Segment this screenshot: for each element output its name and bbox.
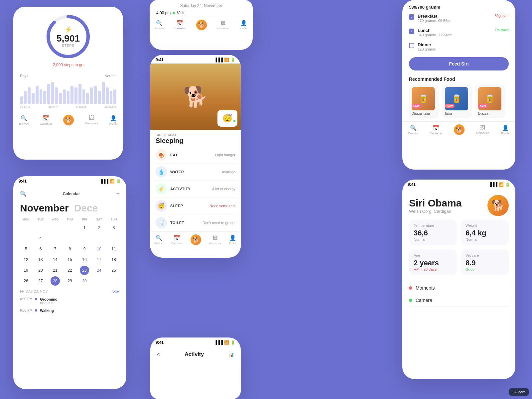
grams-eaten: 580/700 — [409, 5, 425, 10]
nav-home[interactable]: 🐕 — [191, 234, 201, 245]
profile-icon: 👤 — [110, 115, 117, 121]
event-time: 4:00 pm — [156, 11, 171, 15]
nav-profile-label: Profile — [109, 122, 118, 125]
moments-link[interactable]: Moments — [409, 282, 509, 294]
day-20[interactable]: 20 — [36, 266, 45, 275]
day-19[interactable]: 19 — [21, 266, 31, 275]
day-22[interactable]: 22 — [65, 266, 74, 275]
day-25[interactable]: 25 — [109, 266, 118, 275]
new-badge-1: NEW — [412, 104, 421, 108]
food-card-3[interactable]: ♡ 🥫 NEW Diazza — [475, 84, 505, 118]
watermark-text: ui8.com — [512, 390, 525, 394]
toilet-value: Don't need to go out — [202, 221, 235, 225]
week-4: 12 13 14 15 16 17 18 — [19, 254, 121, 265]
day-29[interactable]: 29 — [65, 276, 74, 286]
day-16[interactable]: 16 — [80, 255, 89, 264]
chart-header: Days Normal — [20, 74, 116, 78]
nav-profile[interactable]: 👤 Profile — [229, 235, 237, 245]
weight-label: Weight — [466, 223, 504, 227]
nav-memories-label: Memories — [85, 122, 98, 125]
nav-memories[interactable]: 🖼 Memories — [476, 125, 489, 135]
nav-home[interactable]: 🐕 — [63, 115, 74, 125]
day-12[interactable]: 12 — [21, 255, 31, 264]
day-3[interactable]: 3 — [109, 223, 118, 232]
day-23-today[interactable]: 23 — [80, 266, 89, 275]
steps-unit: STEPS — [57, 44, 80, 48]
status-icons: ▐▐▐ 📶 🔋 — [214, 58, 235, 62]
food-card-2[interactable]: ♡ 🥫 NEW Italia — [442, 84, 472, 118]
activity-row[interactable]: ⚡ ACTIVTITY A lot of energy — [154, 181, 237, 198]
event-walking[interactable]: 6:00 PM Walking — [20, 307, 120, 315]
nav-memories[interactable]: 🖼 Memories — [85, 115, 98, 125]
day-21[interactable]: 21 — [51, 266, 60, 275]
nav-browse[interactable]: 🔍 Browse — [19, 115, 29, 125]
camera-link[interactable]: Camera — [409, 294, 509, 307]
nav-home[interactable]: 🐕 — [454, 124, 465, 135]
day-27[interactable]: 27 — [36, 276, 45, 286]
eat-row[interactable]: 🍖 EAT Light hunger — [154, 147, 237, 164]
day-5[interactable]: 5 — [21, 244, 31, 254]
activity-icon: ⚡ — [156, 183, 167, 195]
profile-icon: 👤 — [240, 20, 247, 26]
day-8[interactable]: 8 — [65, 244, 74, 254]
add-event-button[interactable]: + — [116, 190, 120, 197]
profile-links: Moments Camera — [402, 279, 515, 309]
nav-calendar[interactable]: 📅 Calendar — [175, 20, 185, 30]
day-6[interactable]: 6 — [36, 244, 45, 254]
water-row[interactable]: 💧 WATER Avarage — [154, 164, 237, 181]
day-18[interactable]: 18 — [109, 255, 118, 264]
profile-breed: Welsh Corgi Cardigan — [409, 209, 462, 214]
nav-browse[interactable]: 🔍 Browse — [155, 20, 164, 30]
dinner-check[interactable] — [409, 43, 414, 48]
food-card-1[interactable]: ♡ 🥫 NEW Diazza Italia — [409, 84, 439, 118]
day-7[interactable]: 7 — [51, 244, 60, 254]
day-9[interactable]: 9 — [80, 244, 89, 254]
day-15[interactable]: 15 — [65, 255, 74, 264]
status-icons: ▐▐▐ 📶 🔋 — [214, 340, 235, 345]
day-30[interactable]: 30 — [80, 276, 89, 286]
chart-date-label: 15 MAY — [20, 105, 30, 108]
event-grooming[interactable]: 4:00 PM Grooming BEAUTY — [20, 295, 120, 307]
avatar: 🐕 — [191, 234, 201, 245]
day-13[interactable]: 13 — [36, 255, 45, 264]
nav-home[interactable]: 🐕 — [196, 20, 207, 30]
nav-profile[interactable]: 👤 Profile — [501, 125, 510, 135]
day-4[interactable]: 4 — [36, 234, 45, 243]
nav-calendar-label: Calendar — [430, 132, 442, 135]
search-icon[interactable]: 🔍 — [20, 191, 27, 197]
day-11[interactable]: 11 — [109, 244, 118, 254]
nav-profile[interactable]: 👤 Profile — [109, 115, 118, 125]
toilet-row[interactable]: 🚽 TOILET Don't need to go out — [154, 214, 237, 231]
day-empty — [36, 223, 45, 232]
back-button[interactable]: < — [157, 351, 160, 357]
day-10[interactable]: 10 — [94, 244, 104, 254]
chart-bar — [70, 86, 73, 104]
day-26[interactable]: 26 — [21, 276, 31, 286]
signal-icon: ▐▐▐ — [100, 179, 108, 184]
nav-calendar[interactable]: 📅 Calendar — [172, 235, 182, 245]
day-2[interactable]: 2 — [94, 223, 104, 232]
chart-normal-label: Normal — [105, 74, 116, 78]
nav-memories[interactable]: 🖼 Memories — [217, 20, 229, 30]
nav-browse-label: Browse — [19, 122, 29, 125]
day-24[interactable]: 24 — [94, 266, 104, 275]
lunch-name: Lunch — [418, 28, 491, 33]
nav-profile[interactable]: 👤 Profile — [240, 20, 247, 30]
nav-calendar[interactable]: 📅 Calendar — [430, 125, 442, 135]
sleep-row[interactable]: 😴 SLEEP Need some rest — [154, 198, 237, 214]
dow-wed: WED — [48, 216, 63, 222]
nav-browse[interactable]: 🔍 Browse — [154, 235, 163, 245]
nav-browse[interactable]: 🔍 Browse — [408, 125, 418, 135]
chart-icon[interactable]: 📊 — [228, 352, 234, 357]
chart-bar — [86, 93, 89, 104]
nav-memories[interactable]: 🖼 Memories — [209, 235, 221, 245]
food-gram: 580/700 gramm — [402, 0, 515, 11]
nav-calendar[interactable]: 📅 Calendar — [40, 115, 52, 125]
chart-bar — [28, 87, 31, 104]
day-28-highlight[interactable]: 28 — [51, 276, 60, 286]
avatar: 🐕 — [63, 115, 74, 125]
day-1[interactable]: 1 — [80, 223, 89, 232]
day-17[interactable]: 17 — [94, 255, 104, 264]
day-14[interactable]: 14 — [51, 255, 60, 264]
feed-button[interactable]: Feed Siri — [409, 57, 509, 70]
